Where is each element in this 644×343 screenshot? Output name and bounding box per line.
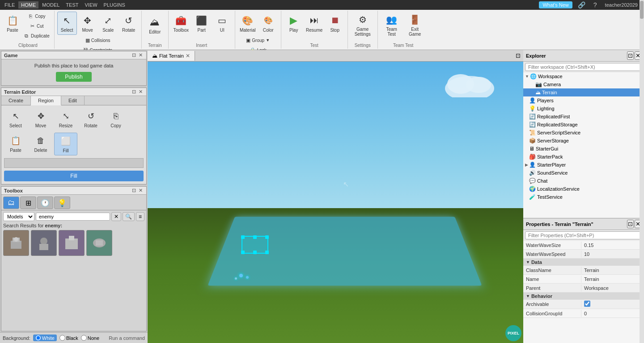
tree-item-terrain[interactable]: ▶ ⛰ Terrain bbox=[523, 88, 644, 96]
terrain-resize-button[interactable]: ⤡ Resize bbox=[54, 108, 77, 130]
exit-game-button[interactable]: 🚪 ExitGame bbox=[404, 12, 426, 38]
duplicate-button[interactable]: ⧉ Duplicate bbox=[21, 31, 51, 40]
terrain-editor-close-button[interactable]: ✕ bbox=[138, 89, 144, 95]
bg-black-option[interactable]: Black bbox=[59, 335, 78, 341]
tree-item-serverstorage[interactable]: ▶ 📦 ServerStorage bbox=[523, 137, 644, 145]
properties-scrollbar[interactable] bbox=[640, 0, 644, 343]
terrain-paste-button[interactable]: 📋 Paste bbox=[4, 133, 27, 155]
cut-button[interactable]: ✂ Cut bbox=[21, 21, 51, 30]
tree-item-chat[interactable]: ▶ 💬 Chat bbox=[523, 177, 644, 185]
tree-item-replicatedfirst[interactable]: ▶ 🔄 ReplicatedFirst bbox=[523, 113, 644, 121]
toolbox-tab-models[interactable]: 🗂 bbox=[3, 197, 19, 209]
thumbnail-1[interactable] bbox=[3, 230, 29, 256]
tree-item-workspace[interactable]: ▼ 🌐 Workspace bbox=[523, 72, 644, 80]
scale-button[interactable]: ⤢ Scale bbox=[98, 12, 118, 35]
properties-scrollbar-thumb[interactable] bbox=[640, 1, 644, 19]
game-settings-button[interactable]: ⚙ Game Settings bbox=[351, 12, 375, 38]
whats-new-button[interactable]: What's New bbox=[539, 1, 572, 8]
toolbox-pin-button[interactable]: ⊡ bbox=[131, 188, 137, 193]
select-button[interactable]: ↖ Select bbox=[57, 12, 77, 35]
prop-section-behavior[interactable]: ▼ Behavior bbox=[523, 293, 644, 300]
tree-item-serverscriptservice[interactable]: ▶ 📜 ServerScriptService bbox=[523, 129, 644, 137]
toolbox-tab-history[interactable]: 🕐 bbox=[37, 197, 53, 209]
paste-button[interactable]: 📋 Paste bbox=[4, 12, 21, 35]
toolbox-button[interactable]: 🧰 Toolbox bbox=[171, 12, 191, 35]
publish-button[interactable]: Publish bbox=[56, 72, 91, 82]
move-button[interactable]: ✥ Move bbox=[78, 12, 97, 35]
prop-waterwavesize-value[interactable]: 0.15 bbox=[581, 242, 644, 249]
menu-model[interactable]: MODEL bbox=[39, 1, 62, 8]
terrain-copy-button[interactable]: ⎘ Copy bbox=[104, 108, 127, 130]
properties-pin-button[interactable]: ⊡ bbox=[627, 220, 634, 228]
properties-search-input[interactable] bbox=[525, 231, 642, 239]
toolbox-search-go-button[interactable]: 🔍 bbox=[123, 212, 135, 221]
terrain-rotate-button[interactable]: ↺ Rotate bbox=[79, 108, 102, 130]
menu-test[interactable]: TEST bbox=[63, 1, 81, 8]
share-icon[interactable]: 🔗 bbox=[575, 0, 588, 9]
bg-black-radio[interactable] bbox=[59, 335, 65, 341]
material-selector-bar[interactable] bbox=[4, 158, 144, 168]
tree-item-players[interactable]: ▶ 👤 Players bbox=[523, 96, 644, 105]
prop-section-data[interactable]: ▼ Data bbox=[523, 259, 644, 266]
collisions-button[interactable]: ▦ Collisions bbox=[79, 36, 117, 45]
material-button[interactable]: 🎨 Material bbox=[238, 12, 258, 35]
menu-home[interactable]: HOME bbox=[18, 1, 38, 8]
part-button[interactable]: ⬛ Part bbox=[192, 12, 212, 35]
tree-item-testservice[interactable]: ▶ 🧪 TestService bbox=[523, 193, 644, 201]
thumbnail-4[interactable] bbox=[86, 230, 112, 256]
prop-name-value[interactable]: Terrain bbox=[581, 276, 644, 283]
bg-none-option[interactable]: None bbox=[81, 335, 99, 341]
tree-item-localizationservice[interactable]: ▶ 🌍 LocalizationService bbox=[523, 185, 644, 193]
terrain-tab-region[interactable]: Region bbox=[31, 96, 61, 105]
terrain-editor-button[interactable]: ⛰ Editor bbox=[145, 12, 165, 38]
terrain-tab-create[interactable]: Create bbox=[1, 96, 31, 105]
archivable-checkbox[interactable] bbox=[584, 301, 590, 307]
copy-button[interactable]: ⎘ Copy bbox=[21, 12, 51, 21]
terrain-move-button[interactable]: ✥ Move bbox=[29, 108, 52, 130]
terrain-editor-pin-button[interactable]: ⊡ bbox=[131, 89, 137, 95]
tree-item-starterpack[interactable]: ▶ 🎒 StarterPack bbox=[523, 153, 644, 161]
play-button[interactable]: ▶ Play bbox=[284, 12, 304, 35]
toolbox-filter-button[interactable]: ≡ bbox=[136, 212, 144, 221]
group-button[interactable]: ▣ Group ▼ bbox=[244, 36, 271, 45]
stop-button[interactable]: ⏹ Stop bbox=[325, 12, 345, 35]
tree-item-lighting[interactable]: ▶ 💡 Lighting bbox=[523, 105, 644, 113]
bg-none-radio[interactable] bbox=[81, 335, 87, 341]
thumbnail-2[interactable] bbox=[31, 230, 57, 256]
toolbox-search-clear-button[interactable]: ✕ bbox=[111, 212, 121, 221]
terrain-delete-button[interactable]: 🗑 Delete bbox=[29, 133, 52, 155]
viewport-tab-flat-terrain[interactable]: ⛰ Flat Terrain ✕ bbox=[148, 51, 195, 61]
game-panel-close-button[interactable]: ✕ bbox=[138, 52, 144, 58]
toolbox-category-dropdown[interactable]: Models bbox=[3, 212, 34, 221]
fill-action-button[interactable]: Fill bbox=[4, 171, 144, 181]
toolbox-tab-creative[interactable]: 💡 bbox=[54, 197, 70, 209]
ui-button[interactable]: ▭ UI bbox=[212, 12, 232, 35]
prop-archivable-value[interactable] bbox=[581, 300, 644, 309]
terrain-tab-edit[interactable]: Edit bbox=[61, 96, 85, 105]
prop-collisiongroupid-value[interactable]: 0 bbox=[581, 310, 644, 317]
toolbox-search-input[interactable] bbox=[36, 213, 110, 221]
game-panel-pin-button[interactable]: ⊡ bbox=[131, 52, 137, 58]
prop-parent-value[interactable]: Workspace bbox=[581, 284, 644, 292]
menu-view[interactable]: VIEW bbox=[82, 1, 100, 8]
tree-item-startergui[interactable]: ▶ 🖥 StarterGui bbox=[523, 145, 644, 153]
rotate-button[interactable]: ↺ Rotate bbox=[119, 12, 139, 35]
tree-item-starterplayer[interactable]: ▶ 👤 StarterPlayer bbox=[523, 161, 644, 169]
color-button[interactable]: 🎨 Color bbox=[258, 12, 278, 35]
terrain-fill-button[interactable]: ⬜ Fill bbox=[54, 133, 77, 155]
bg-white-radio[interactable] bbox=[35, 335, 41, 341]
tree-item-soundservice[interactable]: ▶ 🔊 SoundService bbox=[523, 169, 644, 177]
viewport-expand-button[interactable]: ⊡ bbox=[513, 51, 523, 60]
menu-file[interactable]: FILE bbox=[2, 1, 17, 8]
tree-item-replicatedstorage[interactable]: ▶ 🔄 ReplicatedStorage bbox=[523, 121, 644, 129]
prop-waterwavespeed-value[interactable]: 10 bbox=[581, 251, 644, 258]
help-icon[interactable]: ? bbox=[591, 0, 600, 9]
tree-item-camera[interactable]: ▶ 📷 Camera bbox=[523, 80, 644, 88]
explorer-search-input[interactable] bbox=[525, 63, 642, 71]
toolbox-close-button[interactable]: ✕ bbox=[138, 188, 144, 193]
bg-white-option[interactable]: White bbox=[33, 335, 57, 341]
menu-plugins[interactable]: PLUGINS bbox=[101, 1, 128, 8]
thumbnail-3[interactable] bbox=[59, 230, 85, 256]
team-test-button[interactable]: 👥 TeamTest bbox=[381, 12, 403, 38]
viewport-tab-close[interactable]: ✕ bbox=[186, 53, 190, 59]
